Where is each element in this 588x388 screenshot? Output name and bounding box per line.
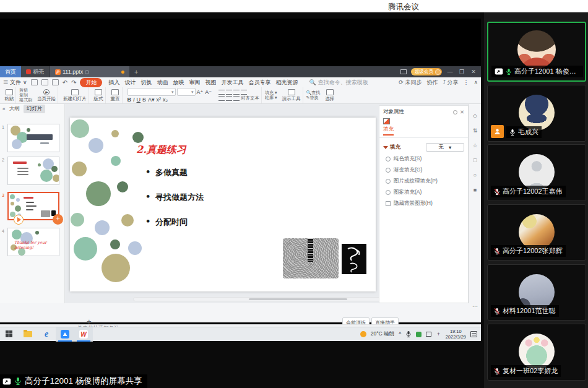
bullet-list-icon[interactable] [218,90,225,95]
participant-tile[interactable]: 复材一班02李娇龙 [487,324,586,381]
paste-group[interactable]: 粘贴 [2,87,16,103]
fill-tab[interactable]: 填充 [379,118,468,138]
weather-text[interactable]: 20°C 晴朗 [371,330,394,338]
thumbnail-add-slide-button[interactable]: + [53,214,63,225]
fill-option-radio[interactable]: 图片或纹理填充(P) [386,178,462,185]
indent-icon[interactable] [233,90,240,95]
start-button[interactable] [0,327,19,342]
file-menu[interactable]: ☰文件∨ [3,79,27,87]
more-tools-icon[interactable]: ⋯ [472,303,478,309]
wps-taskbar-button[interactable]: W [74,327,93,342]
thumbnail-play-button[interactable] [14,215,24,225]
notification-center-icon[interactable] [470,331,477,337]
weather-sun-icon[interactable] [360,331,366,337]
fill-option-radio[interactable]: 图案填充(A) [386,189,462,196]
align-center-icon[interactable] [226,96,232,101]
copy-button[interactable]: 复制 [19,93,32,98]
ribbon-tab[interactable]: 视图 [202,79,218,86]
collaborate-button[interactable]: 协作 [426,79,438,87]
wps-document-tab[interactable]: P111.pptx [50,66,129,77]
underline-button[interactable]: U [137,97,141,103]
undo-icon[interactable]: ↶ [63,79,67,86]
security-tray-icon[interactable] [416,332,422,337]
line-spacing-icon[interactable] [241,90,247,95]
current-slide[interactable]: 2.真题练习 多做真题寻找做题方法分配时间 [70,118,376,291]
fill-option-radio[interactable]: 渐变填充(G) [386,166,462,174]
decrease-font-icon[interactable]: A⁻ [205,89,212,95]
layout-button[interactable]: 版式 [92,87,106,103]
slide-thumbnail-2[interactable] [7,157,59,185]
reset-button[interactable]: 重置 [109,87,123,103]
save-icon[interactable] [31,79,38,85]
file-explorer-button[interactable] [19,327,37,342]
fill-option-radio[interactable]: 纯色填充(S) [386,155,462,163]
bold-button[interactable]: B [128,97,132,103]
slide-thumbnail-4[interactable]: Thanks for your listening! [7,228,59,256]
ribbon-tab[interactable]: 会员专享 [246,79,273,86]
stone-rubbing-image[interactable] [283,238,339,278]
slide-bullet-list[interactable]: 多做真题寻找做题方法分配时间 [145,167,204,241]
effects-tool-icon[interactable]: ☆ [472,142,477,149]
ribbon-tab[interactable]: 插入 [106,79,122,86]
minimize-button[interactable]: — [446,69,454,75]
superscript-button[interactable]: x² [157,97,162,103]
ribbon-tab[interactable]: 放映 [170,79,186,86]
new-document-tab-button[interactable]: + [129,66,143,77]
ribbon-tab[interactable]: 开发工具 [218,79,246,86]
seal-calligraphy-image[interactable] [342,244,366,274]
ribbon-tab[interactable]: 切换 [138,79,154,86]
find-button[interactable]: 🔍查找 [306,90,321,95]
scrollbar-thumb[interactable] [249,298,347,300]
more-menu-icon[interactable]: ⋮ [463,79,469,85]
ribbon-tab[interactable]: 设计 [122,79,138,86]
ribbon-tab-start[interactable]: 开始 [80,78,102,87]
shape-fill-button[interactable]: 填充 ▾ [265,90,277,95]
layout-switch-icon[interactable] [400,69,407,74]
tray-expand-icon[interactable]: ^ [399,331,401,337]
resource-tool-icon[interactable]: ■ [473,187,477,193]
slide-thumbnail-1[interactable] [7,124,59,152]
ribbon-tab[interactable]: 稻壳资源 [273,79,300,86]
close-panel-icon[interactable]: ✕ [460,109,464,115]
clock-date[interactable]: 19:102022/3/29 [446,329,466,340]
pin-icon[interactable] [453,110,457,114]
fill-section-header[interactable]: 填充 无▾ [383,143,464,152]
present-tools-button[interactable]: 演示工具 [280,87,303,103]
new-slide-plus-button[interactable]: + [87,317,92,326]
hide-background-checkbox[interactable]: 隐藏背景图形(H) [386,200,462,207]
properties-tool-icon[interactable]: ⇅ [473,127,478,134]
collapse-pane-icon[interactable]: « [2,106,6,112]
strikethrough-button[interactable]: S [142,97,146,103]
font-size-select[interactable]: ▾ [177,88,196,96]
replace-button[interactable]: ✎替换 [306,95,321,100]
slide-thumbnail-3-selected[interactable]: + [7,192,59,220]
pane-tab-outline[interactable]: 大纲 [9,105,20,113]
restore-button[interactable]: ❐ [458,69,465,75]
collapse-ribbon-icon[interactable]: ∧ [473,79,478,85]
participant-tile[interactable]: 材料12001范世聪 [487,264,586,321]
command-search-input[interactable]: 🔍查找命令、搜索模板 [309,79,368,87]
align-left-icon[interactable] [218,96,225,101]
ribbon-tab[interactable]: 动画 [154,79,170,86]
italic-button[interactable]: I [133,97,135,103]
redo-icon[interactable]: ↷ [71,79,76,86]
format-painter-button[interactable]: 格式刷 [19,98,32,103]
increase-font-icon[interactable]: A⁺ [197,89,204,95]
new-slide-button[interactable]: 新建幻灯片 [61,87,89,103]
close-button[interactable]: ✕ [470,69,477,75]
preview-icon[interactable] [52,79,59,85]
select-button[interactable]: 选择 [323,87,336,103]
shape-outline-button[interactable]: 轮廓 ▾ [265,95,277,100]
cloud-sync-button[interactable]: ⟳ 未同步 [399,79,422,87]
tencent-meeting-taskbar-button[interactable] [56,327,74,342]
input-method-icon[interactable]: ＋ [436,330,441,338]
wps-home-tab[interactable]: 首页 [0,66,21,77]
align-text-button[interactable]: 对齐文本 [241,95,259,101]
participant-tile[interactable]: 高分子12002王嘉伟 [487,144,586,201]
number-list-icon[interactable] [226,90,232,95]
network-tray-icon[interactable] [426,332,431,337]
fill-type-dropdown[interactable]: 无▾ [426,143,464,152]
share-button[interactable]: ⤴ 分享 [443,79,458,87]
cut-button[interactable]: 剪切 [19,88,32,93]
subscript-button[interactable]: x₂ [163,97,168,103]
